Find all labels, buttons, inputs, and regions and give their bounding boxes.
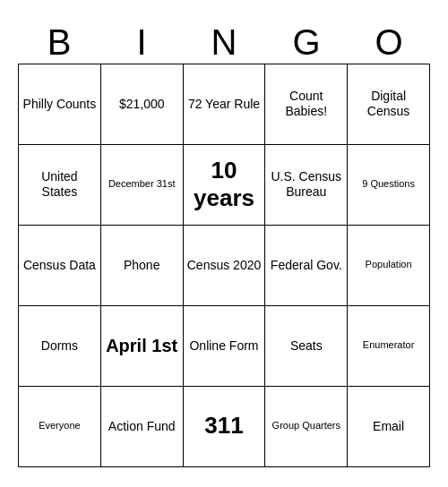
bingo-cell-r3-c3: Seats [265,306,348,387]
bingo-cell-r3-c2: Online Form [184,306,266,387]
bingo-cell-r0-c0: Philly Counts [19,64,101,145]
bingo-cell-r4-c4: Email [348,387,430,467]
bingo-cell-r0-c1: $21,000 [101,64,184,145]
bingo-cell-r0-c3: Count Babies! [265,64,348,145]
header-letter: I [100,21,183,64]
bingo-cell-r4-c2: 311 [184,387,266,467]
bingo-cell-r2-c2: Census 2020 [184,226,266,306]
bingo-cell-r3-c1: April 1st [101,306,184,387]
bingo-cell-r1-c0: United States [19,145,101,226]
bingo-cell-r0-c4: Digital Census [348,64,430,145]
header-letter: B [18,21,100,64]
header-letter: O [348,21,430,64]
bingo-cell-r2-c4: Population [348,226,430,306]
bingo-card: BINGO Philly Counts$21,00072 Year RuleCo… [18,21,430,467]
bingo-cell-r2-c3: Federal Gov. [265,226,348,306]
bingo-cell-r0-c2: 72 Year Rule [184,64,266,145]
bingo-cell-r4-c1: Action Fund [101,387,184,467]
bingo-grid: Philly Counts$21,00072 Year RuleCount Ba… [18,64,430,467]
bingo-cell-r2-c1: Phone [101,226,184,306]
bingo-cell-r1-c1: December 31st [101,145,184,226]
bingo-cell-r3-c0: Dorms [19,306,101,387]
bingo-cell-r2-c0: Census Data [19,226,101,306]
bingo-cell-r3-c4: Enumerator [348,306,430,387]
bingo-cell-r1-c3: U.S. Census Bureau [265,145,348,226]
bingo-cell-r4-c3: Group Quarters [265,387,348,467]
bingo-cell-r1-c2: 10 years [184,145,266,226]
header-letter: N [183,21,265,64]
bingo-cell-r1-c4: 9 Questions [348,145,430,226]
header-letter: G [265,21,348,64]
bingo-cell-r4-c0: Everyone [19,387,101,467]
bingo-header: BINGO [18,21,430,64]
